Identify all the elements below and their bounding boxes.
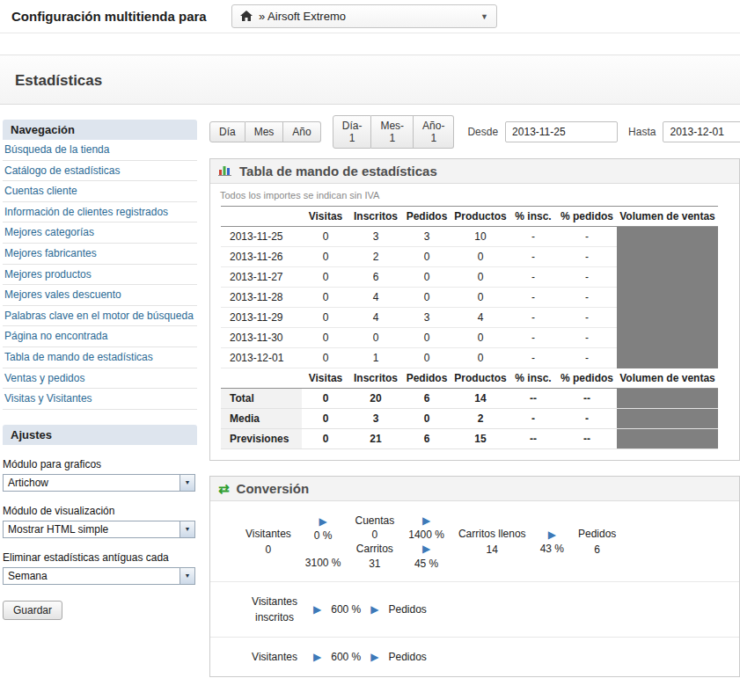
stats-table: Visitas Inscritos Pedidos Productos % in…: [221, 206, 718, 449]
fullcarts-label: Carritos llenos: [458, 526, 526, 542]
sidebar-item-ventas-pedidos[interactable]: Ventas y pedidos: [3, 368, 197, 390]
arrow-right-icon: ▶: [370, 651, 378, 663]
cell: 1: [349, 348, 402, 368]
summary-row-total: Total020614----: [221, 389, 718, 409]
cell: 0: [451, 247, 509, 267]
cell: 4: [451, 308, 509, 328]
cell: 0: [302, 267, 349, 288]
cell: --: [509, 429, 557, 449]
sidebar-settings-header: Ajustes: [3, 425, 197, 445]
dashboard-panel-header: Tabla de mando de estadísticas: [210, 159, 739, 184]
cell-date: 2013-11-27: [221, 267, 302, 288]
month-button[interactable]: Mes: [245, 121, 284, 142]
cell: 3: [349, 227, 402, 247]
cell: -: [509, 348, 557, 368]
year-button[interactable]: Año: [283, 121, 320, 142]
table-row: 2013-11-2503310--: [221, 227, 718, 247]
table-header-row: Visitas Inscritos Pedidos Productos % in…: [221, 368, 718, 389]
visitors-orders-row: Visitantes ▶ 600 % ▶ Pedidos: [210, 637, 739, 676]
purge-stats-select[interactable]: Semana ▼: [3, 567, 195, 585]
day-minus-button[interactable]: Día-1: [333, 115, 372, 149]
col-header-pct-pedidos: % pedidos: [557, 207, 617, 227]
to-date-input[interactable]: [663, 121, 740, 142]
cell: 10: [451, 227, 509, 247]
cell: 0: [451, 328, 509, 348]
graphics-module-value: Artichow: [4, 477, 180, 489]
shop-selector-value: » Airsoft Extremo: [259, 10, 346, 23]
from-date-input[interactable]: [505, 121, 618, 142]
accounts-rate: 0 %: [305, 529, 341, 543]
cell: -: [557, 328, 617, 348]
cell: 0: [302, 348, 349, 368]
sidebar-item-cuentas[interactable]: Cuentas cliente: [3, 181, 197, 202]
sidebar-item-visitas-visitantes[interactable]: Visitas y Visitantes: [3, 389, 197, 410]
cell: 3: [402, 227, 451, 247]
table-row: 2013-12-010100--: [221, 348, 718, 368]
accounts-carts-node: Cuentas 0 Carritos 31: [355, 514, 395, 571]
cell: 0: [302, 409, 349, 429]
cell-date: 2013-11-29: [221, 308, 302, 328]
arrow-right-icon: ▶: [305, 514, 341, 529]
sidebar-item-pagina-no-encontrada[interactable]: Página no encontrada: [3, 326, 197, 347]
admin-page: Configuración multitienda para » Airsoft…: [0, 0, 740, 700]
sidebar-item-busqueda[interactable]: Búsqueda de la tienda: [3, 140, 197, 161]
cell: 6: [402, 429, 451, 449]
registered-target: Pedidos: [389, 603, 427, 616]
cell: 0: [302, 328, 349, 348]
shop-selector[interactable]: » Airsoft Extremo ▼: [231, 4, 497, 28]
cell: 21: [349, 429, 402, 449]
cell: 2: [349, 247, 402, 267]
table-row: 2013-11-260200--: [221, 247, 718, 267]
accounts-label: Cuentas: [355, 514, 395, 528]
cell: 3: [402, 308, 451, 328]
redacted-cell: [617, 328, 718, 348]
date-toolbar: Día Mes Año Día-1 Mes-1 Año-1 Desde Hast…: [209, 120, 740, 143]
sidebar-item-mejores-fabricantes[interactable]: Mejores fabricantes: [3, 244, 197, 265]
sidebar-item-palabras-clave[interactable]: Palabras clave en el motor de búsqueda: [3, 306, 197, 327]
cell: 0: [302, 247, 349, 267]
spacer: [305, 543, 341, 556]
cell-date: 2013-11-28: [221, 288, 302, 308]
period-minus-button-group: Día-1 Mes-1 Año-1: [333, 115, 455, 149]
sidebar-item-info-clientes[interactable]: Información de clientes registrados: [3, 202, 197, 223]
year-minus-button[interactable]: Año-1: [414, 115, 454, 149]
cell: 6: [349, 267, 402, 288]
display-module-select[interactable]: Mostrar HTML simple ▼: [3, 521, 195, 538]
save-button[interactable]: Guardar: [3, 601, 62, 620]
cell-date: 2013-11-25: [221, 227, 302, 247]
cell: -: [557, 288, 617, 308]
dropdown-arrow-icon: ▼: [180, 521, 194, 537]
carts-label: Carritos: [355, 542, 395, 556]
page-title-bar: Estadísticas: [0, 55, 740, 105]
redacted-cell: [617, 247, 718, 267]
sidebar-item-mejores-categorias[interactable]: Mejores categorías: [3, 222, 197, 244]
cell: 6: [402, 389, 451, 409]
month-minus-button[interactable]: Mes-1: [371, 115, 414, 149]
period-button-group: Día Mes Año: [209, 121, 321, 142]
visitors-row-label: Visitantes: [245, 649, 304, 665]
day-button[interactable]: Día: [209, 121, 245, 142]
sidebar-item-mejores-vales[interactable]: Mejores vales descuento: [3, 285, 197, 306]
graphics-module-label: Módulo para graficos: [3, 458, 197, 470]
sidebar-item-tabla-mando[interactable]: Tabla de mando de estadísticas: [3, 347, 197, 368]
sidebar-item-mejores-productos[interactable]: Mejores productos: [3, 265, 197, 286]
col-header-inscritos: Inscritos: [349, 207, 402, 227]
main-content: Día Mes Año Día-1 Mes-1 Año-1 Desde Hast…: [209, 120, 740, 677]
cell: 0: [349, 328, 402, 348]
col-header-volumen: Volumen de ventas: [617, 368, 718, 389]
cell: 0: [402, 328, 451, 348]
to-label: Hasta: [628, 126, 656, 138]
graphics-module-select[interactable]: Artichow ▼: [3, 474, 195, 492]
sidebar-item-catalogo[interactable]: Catálogo de estadísticas: [3, 161, 197, 182]
accounts-value: 0: [355, 528, 395, 542]
cell: -: [509, 288, 557, 308]
cell: 0: [302, 227, 349, 247]
cell: -: [509, 227, 557, 247]
cell: --: [557, 389, 617, 409]
cell: -: [557, 267, 617, 288]
visitors-target: Pedidos: [389, 651, 427, 663]
page-title: Estadísticas: [15, 72, 102, 90]
purge-stats-label: Eliminar estadísticas antíguas cada: [3, 551, 197, 564]
col-header-inscritos: Inscritos: [349, 368, 402, 389]
cell-date: 2013-12-01: [221, 348, 302, 368]
